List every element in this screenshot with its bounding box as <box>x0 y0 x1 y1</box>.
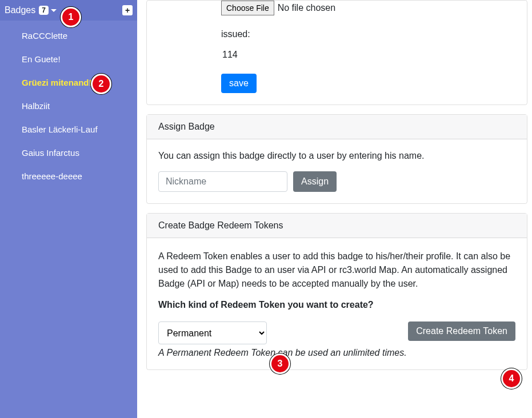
create-redeem-token-button[interactable]: Create Redeem Token <box>408 321 515 341</box>
file-status-text: No file chosen <box>278 3 335 13</box>
sidebar-item-gaius[interactable]: Gaius Infarctus <box>0 141 137 164</box>
assign-description: You can assign this badge directly to a … <box>158 151 515 161</box>
sidebar-item-racclette[interactable]: RaCCClette <box>0 24 137 47</box>
redeem-question: Which kind of Redeem Token you want to c… <box>158 300 515 310</box>
add-badge-button[interactable]: + <box>122 5 133 15</box>
sidebar-item-en-guete[interactable]: En Guete! <box>0 47 137 71</box>
sidebar-list: RaCCClette En Guete! Grüezi mitenand! Ha… <box>0 21 137 188</box>
sidebar-item-basler[interactable]: Basler Läckerli-Lauf <box>0 118 137 141</box>
callout-1: 1 <box>61 7 81 27</box>
callout-4: 4 <box>501 368 522 389</box>
sidebar: Badges 7 + RaCCClette En Guete! Grüezi m… <box>0 0 137 418</box>
assign-card-header: Assign Badge <box>147 115 527 139</box>
callout-2: 2 <box>91 74 111 94</box>
redeem-card-header: Create Badge Redeem Tokens <box>147 214 527 238</box>
issued-value: 114 <box>222 50 515 60</box>
sidebar-item-threeeee[interactable]: threeeee-deeee <box>0 164 137 188</box>
token-type-select[interactable]: Permanent <box>158 321 267 344</box>
main-content: Choose File No file chosen issued: 114 s… <box>137 0 532 418</box>
choose-file-button[interactable]: Choose File <box>221 1 274 15</box>
assign-button[interactable]: Assign <box>293 171 337 192</box>
edit-badge-card: Choose File No file chosen issued: 114 s… <box>146 0 527 105</box>
redeem-tokens-card: Create Badge Redeem Tokens A Redeem Toke… <box>146 213 527 370</box>
redeem-hint: A Permanent Redeem Token can be used an … <box>158 348 515 358</box>
assign-badge-card: Assign Badge You can assign this badge d… <box>146 114 527 204</box>
sidebar-item-gruezi[interactable]: Grüezi mitenand! <box>0 71 137 94</box>
save-button[interactable]: save <box>221 74 257 93</box>
chevron-down-icon <box>51 9 57 12</box>
callout-3: 3 <box>270 353 290 374</box>
sidebar-title: Badges <box>5 5 35 15</box>
sidebar-item-halbziit[interactable]: Halbziit <box>0 94 137 118</box>
redeem-description: A Redeem Token enables a user to add thi… <box>158 250 515 291</box>
issued-label: issued: <box>221 29 515 39</box>
file-input-row: Choose File No file chosen <box>221 1 515 15</box>
nickname-input[interactable] <box>158 171 287 192</box>
badge-count: 7 <box>39 6 49 15</box>
